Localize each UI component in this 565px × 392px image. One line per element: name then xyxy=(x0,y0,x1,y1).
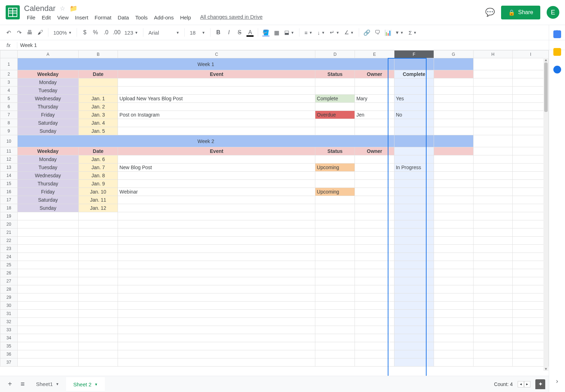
cell-22-H[interactable] xyxy=(473,237,513,245)
cell-28-H[interactable] xyxy=(473,285,513,293)
cell-22-D[interactable] xyxy=(315,237,355,245)
tab-sheet2[interactable]: Sheet 2▼ xyxy=(66,377,105,391)
sheets-app-icon[interactable] xyxy=(6,5,20,19)
cell-13-G[interactable] xyxy=(434,164,473,172)
insert-comment-icon[interactable]: 🗨 xyxy=(373,28,382,37)
cell-12-G[interactable] xyxy=(434,155,473,164)
cell-21-D[interactable] xyxy=(315,228,355,237)
row-header-7[interactable]: 7 xyxy=(0,111,18,119)
cell-36-C[interactable] xyxy=(118,350,315,358)
row-header-8[interactable]: 8 xyxy=(0,119,18,127)
cell-21-B[interactable] xyxy=(78,228,118,237)
cell-12-H[interactable] xyxy=(473,155,513,164)
cell-13-F[interactable]: In Progress xyxy=(394,164,434,172)
cell-4-C[interactable] xyxy=(118,87,315,95)
row-header-18[interactable]: 18 xyxy=(0,204,18,212)
cell-24-H[interactable] xyxy=(473,253,513,261)
cell-19-D[interactable] xyxy=(315,212,355,220)
cell-21-G[interactable] xyxy=(434,228,473,237)
cell-16-H[interactable] xyxy=(473,188,513,196)
tab-sheet1[interactable]: Sheet1▼ xyxy=(29,378,66,391)
cell-4-H[interactable] xyxy=(473,87,513,95)
row-header-23[interactable]: 23 xyxy=(0,245,18,253)
calendar-addon-icon[interactable] xyxy=(553,30,561,38)
cell-29-A[interactable] xyxy=(17,293,78,302)
row-header-19[interactable]: 19 xyxy=(0,212,18,220)
cell-23-H[interactable] xyxy=(473,245,513,253)
menu-addons[interactable]: Add-ons xyxy=(151,14,177,21)
row-header-30[interactable]: 30 xyxy=(0,302,18,310)
document-title[interactable]: Calendar xyxy=(24,4,55,13)
cell-11-A[interactable]: Weekday xyxy=(17,147,78,155)
cell-19-H[interactable] xyxy=(473,212,513,220)
redo-icon[interactable]: ↷ xyxy=(14,28,24,37)
cell-7-G[interactable] xyxy=(434,111,473,119)
borders-icon[interactable]: ▦ xyxy=(272,28,281,37)
cell-3-E[interactable] xyxy=(355,78,394,87)
cell-33-C[interactable] xyxy=(118,326,315,334)
cell-14-D[interactable] xyxy=(315,172,355,180)
undo-icon[interactable]: ↶ xyxy=(4,28,13,37)
cell-23-A[interactable] xyxy=(17,245,78,253)
cell-20-C[interactable] xyxy=(118,220,315,228)
cell-16-E[interactable] xyxy=(355,188,394,196)
cell-14-B[interactable]: Jan. 8 xyxy=(78,172,118,180)
cell-24-F[interactable] xyxy=(394,253,434,261)
cell-4-G[interactable] xyxy=(434,87,473,95)
cell-3-B[interactable] xyxy=(78,78,118,87)
cell-32-B[interactable] xyxy=(78,318,118,326)
cell-27-E[interactable] xyxy=(355,277,394,285)
col-header-C[interactable]: C xyxy=(118,51,315,58)
cell-15-E[interactable] xyxy=(355,180,394,188)
cell-27-B[interactable] xyxy=(78,277,118,285)
row-header-21[interactable]: 21 xyxy=(0,228,18,237)
cell-30-B[interactable] xyxy=(78,302,118,310)
cell-10-G[interactable] xyxy=(434,135,473,147)
cell-3-C[interactable] xyxy=(118,78,315,87)
share-button[interactable]: 🔒 Share xyxy=(501,6,540,19)
functions-select[interactable]: Σ▼ xyxy=(406,30,419,36)
cell-19-B[interactable] xyxy=(78,212,118,220)
cell-8-A[interactable]: Saturday xyxy=(17,119,78,127)
cell-15-F[interactable] xyxy=(394,180,434,188)
menu-edit[interactable]: Edit xyxy=(39,14,54,21)
cell-7-F[interactable]: No xyxy=(394,111,434,119)
cell-20-H[interactable] xyxy=(473,220,513,228)
row-header-33[interactable]: 33 xyxy=(0,326,18,334)
cell-7-D[interactable]: Overdue xyxy=(315,111,355,119)
cell-31-C[interactable] xyxy=(118,310,315,318)
col-header-A[interactable]: A xyxy=(17,51,78,58)
cell-5-C[interactable]: Upload New Years Blog Post xyxy=(118,95,315,103)
cell-33-B[interactable] xyxy=(78,326,118,334)
row-header-14[interactable]: 14 xyxy=(0,172,18,180)
cell-11-C[interactable]: Event xyxy=(118,147,315,155)
format-percent-icon[interactable]: % xyxy=(90,28,100,37)
cell-12-F[interactable] xyxy=(394,155,434,164)
row-header-3[interactable]: 3 xyxy=(0,78,18,87)
row-header-24[interactable]: 24 xyxy=(0,253,18,261)
col-header-B[interactable]: B xyxy=(78,51,118,58)
cell-26-D[interactable] xyxy=(315,269,355,277)
cell-36-A[interactable] xyxy=(17,350,78,358)
more-formats-select[interactable]: 123▼ xyxy=(122,30,140,36)
cell-5-G[interactable] xyxy=(434,95,473,103)
row-header-29[interactable]: 29 xyxy=(0,293,18,302)
cell-4-B[interactable] xyxy=(78,87,118,95)
cell-31-A[interactable] xyxy=(17,310,78,318)
row-header-4[interactable]: 4 xyxy=(0,87,18,95)
cell-9-E[interactable] xyxy=(355,127,394,135)
cell-30-F[interactable] xyxy=(394,302,434,310)
cell-33-H[interactable] xyxy=(473,326,513,334)
cell-30-C[interactable] xyxy=(118,302,315,310)
row-header-28[interactable]: 28 xyxy=(0,285,18,293)
cell-14-A[interactable]: Wednesday xyxy=(17,172,78,180)
cell-6-C[interactable] xyxy=(118,103,315,111)
cell-2-A[interactable]: Weekday xyxy=(17,70,78,78)
cell-22-A[interactable] xyxy=(17,237,78,245)
menu-data[interactable]: Data xyxy=(115,14,132,21)
cell-6-E[interactable] xyxy=(355,103,394,111)
cell-13-E[interactable] xyxy=(355,164,394,172)
cell-8-E[interactable] xyxy=(355,119,394,127)
cell-37-A[interactable] xyxy=(17,358,78,367)
cell-6-F[interactable] xyxy=(394,103,434,111)
